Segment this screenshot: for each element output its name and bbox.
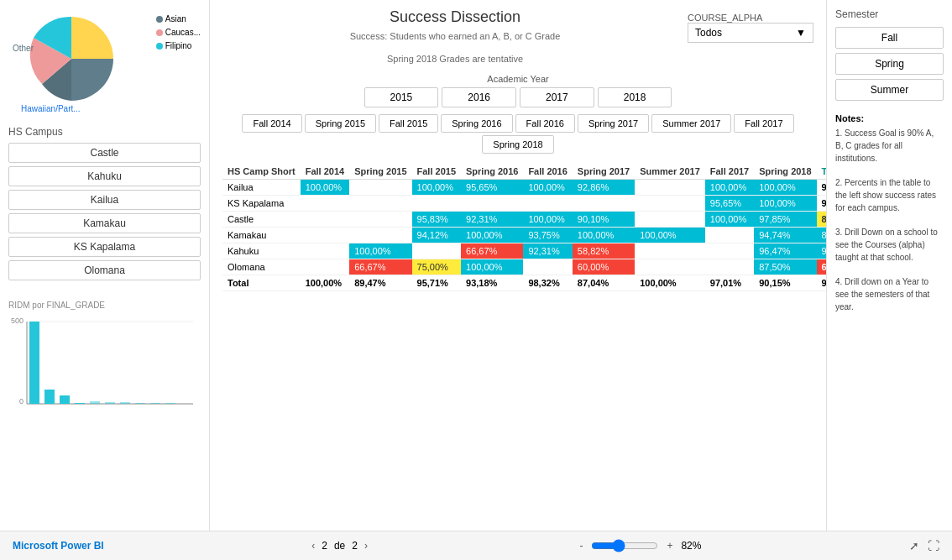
td-castle-f14 (301, 212, 349, 228)
notes-title: Notes: (835, 113, 944, 123)
campus-btn-kamakau[interactable]: Kamakau (8, 213, 201, 233)
pie-chart-svg (25, 13, 118, 105)
td-castle-total: 89,84% (817, 212, 826, 228)
zoom-slider[interactable] (591, 539, 658, 552)
td-ks-name: KS Kapalama (222, 196, 301, 212)
td-total-sum17: 100,00% (635, 275, 705, 291)
bar-chart-svg: 500 0 (8, 313, 193, 406)
header-center: Success Dissection Success: Students who… (222, 8, 688, 74)
td-kamakau-s18: 94,74% (754, 228, 816, 243)
td-kahuku-s16: 66,67% (461, 243, 523, 259)
td-kamakau-s16: 100,00% (461, 228, 523, 243)
th-spring2018: Spring 2018 (754, 164, 816, 180)
td-kailua-s16: 95,65% (461, 180, 523, 196)
course-alpha-container: COURSE_ALPHA Todos ▼ (688, 8, 813, 74)
td-total-label: Total (222, 275, 301, 291)
share-icon[interactable]: ➚ (909, 539, 919, 552)
campus-btn-ks-kapalama[interactable]: KS Kapalama (8, 237, 201, 257)
semester-btn-spring2016[interactable]: Spring 2016 (441, 114, 512, 133)
bottom-bar: Microsoft Power BI ‹ 2 de 2 › - + 82% ➚ … (0, 531, 952, 560)
semester-btn-spring2017[interactable]: Spring 2017 (578, 114, 649, 133)
td-castle-s16: 92,31% (461, 212, 523, 228)
bar-chart-area: 500 0 (8, 313, 201, 406)
td-olomana-f16 (523, 259, 572, 275)
svg-rect-14 (165, 403, 175, 404)
svg-rect-7 (60, 395, 70, 404)
next-page-btn[interactable]: › (364, 540, 368, 552)
td-olomana-f14 (301, 259, 349, 275)
zoom-out-btn[interactable]: - (575, 538, 587, 553)
zoom-in-btn[interactable]: + (662, 538, 677, 553)
hawaiian-label: Hawaiian/Part... (21, 104, 81, 113)
notes-item-1: 1. Success Goal is 90% A, B, C grades fo… (835, 127, 944, 165)
filipino-label: Filipino (165, 39, 192, 53)
td-castle-s18: 97,85% (754, 212, 816, 228)
table-row-totals: Total 100,00% 89,47% 95,71% 93,18% 98,32… (222, 275, 826, 291)
asian-label: Asian (165, 13, 186, 26)
semester-spring-btn[interactable]: Spring (835, 53, 944, 75)
td-kailua-sum17 (635, 180, 705, 196)
notes-item-2: 2. Percents in the table to the left sho… (835, 176, 944, 214)
bottom-icons: ➚ ⛶ (909, 539, 939, 552)
td-total-f14: 100,00% (301, 275, 349, 291)
table-body: Kailua 100,00% 100,00% 95,65% 100,00% 92… (222, 180, 826, 291)
zoom-level: 82% (681, 540, 701, 552)
td-total-s16: 93,18% (461, 275, 523, 291)
year-buttons: 2015 2016 2017 2018 (222, 87, 813, 107)
caucas-dot (156, 29, 163, 36)
fullscreen-icon[interactable]: ⛶ (928, 539, 939, 552)
caucas-label: Caucas... (165, 26, 201, 39)
notes-item-3: 3. Drill Down on a school to see the Cou… (835, 226, 944, 264)
year-btn-2016[interactable]: 2016 (442, 87, 516, 107)
th-spring2015: Spring 2015 (349, 164, 411, 180)
td-kamakau-f14 (301, 228, 349, 243)
td-ks-s18: 100,00% (754, 196, 816, 212)
campus-btn-castle[interactable]: Castle (8, 143, 201, 163)
semester-btn-fall2017[interactable]: Fall 2017 (734, 114, 793, 133)
asian-dot (156, 16, 163, 23)
year-btn-2017[interactable]: 2017 (520, 87, 594, 107)
legend-item-filipino: Filipino (156, 39, 201, 53)
th-summer2017: Summer 2017 (635, 164, 705, 180)
year-btn-2018[interactable]: 2018 (598, 87, 672, 107)
td-castle-f16: 100,00% (523, 212, 572, 228)
semester-btn-fall2015[interactable]: Fall 2015 (379, 114, 438, 133)
bar-chart-title: RIDM por FINAL_GRADE (8, 301, 201, 310)
powerbi-link[interactable]: Microsoft Power BI (13, 540, 104, 552)
bar-chart-section: RIDM por FINAL_GRADE 500 0 (8, 301, 201, 406)
semester-btn-spring2018[interactable]: Spring 2018 (482, 135, 553, 154)
prev-page-btn[interactable]: ‹ (311, 540, 315, 552)
td-ks-s15 (349, 196, 411, 212)
semester-btn-spring2015[interactable]: Spring 2015 (305, 114, 376, 133)
td-kailua-s17: 92,86% (573, 180, 635, 196)
notes-item-4: 4. Drill down on a Year to see the semes… (835, 275, 944, 313)
semester-btn-fall2014[interactable]: Fall 2014 (242, 114, 301, 133)
year-btn-2015[interactable]: 2015 (364, 87, 439, 107)
td-olomana-s16: 100,00% (461, 259, 523, 275)
semester-fall-btn[interactable]: Fall (835, 27, 944, 49)
th-fall2016: Fall 2016 (523, 164, 572, 180)
td-castle-f15: 95,83% (412, 212, 461, 228)
td-ks-f16 (523, 196, 572, 212)
th-fall2017: Fall 2017 (705, 164, 754, 180)
other-label: Other (13, 44, 34, 53)
td-kahuku-s17: 58,82% (573, 243, 635, 259)
semester-summer-btn[interactable]: Summer (835, 79, 944, 101)
td-castle-f17: 100,00% (705, 212, 754, 228)
content-area: Asian Caucas... Filipino Hawaiian/Part..… (0, 0, 952, 531)
semester-btn-fall2016[interactable]: Fall 2016 (515, 114, 575, 133)
course-alpha-dropdown[interactable]: Todos ▼ (688, 23, 813, 43)
svg-rect-8 (75, 403, 85, 404)
td-total-s18: 90,15% (754, 275, 816, 291)
td-kahuku-total-val: 90,00% (817, 243, 826, 259)
campus-btn-kailua[interactable]: Kailua (8, 190, 201, 210)
campus-btn-kahuku[interactable]: Kahuku (8, 166, 201, 186)
data-table-container: HS Camp Short Fall 2014 Spring 2015 Fall… (222, 164, 813, 291)
td-kahuku-f16: 92,31% (523, 243, 572, 259)
semester-btn-summer2017[interactable]: Summer 2017 (651, 114, 731, 133)
table-row-kahuku: Kahuku 100,00% 66,67% 92,31% 58,82% 96,4… (222, 243, 826, 259)
svg-rect-13 (150, 403, 160, 404)
campus-btn-olomana[interactable]: Olomana (8, 260, 201, 280)
td-olomana-f17 (705, 259, 754, 275)
hs-campus-section: HS Campus Castle Kahuku Kailua Kamakau K… (8, 126, 201, 284)
